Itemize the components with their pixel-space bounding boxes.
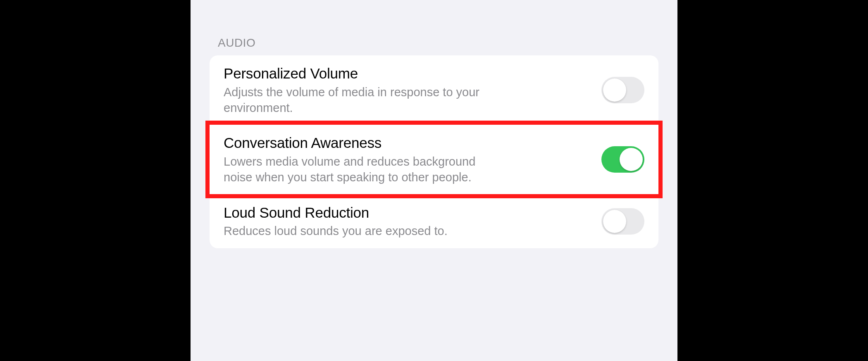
row-title: Conversation Awareness [224, 134, 591, 152]
settings-pane: AUDIO Personalized Volume Adjusts the vo… [191, 0, 677, 361]
row-title: Loud Sound Reduction [224, 204, 591, 222]
row-subtitle: Adjusts the volume of media in response … [224, 84, 480, 116]
row-content: Personalized Volume Adjusts the volume o… [224, 64, 591, 116]
row-subtitle: Lowers media volume and reduces backgrou… [224, 154, 480, 185]
section-header-audio: AUDIO [210, 0, 658, 55]
row-content: Conversation Awareness Lowers media volu… [224, 134, 591, 185]
toggle-conversation-awareness[interactable] [601, 146, 644, 173]
row-control [601, 208, 644, 235]
toggle-personalized-volume[interactable] [601, 77, 644, 103]
toggle-loud-sound-reduction[interactable] [601, 208, 644, 235]
row-control [601, 77, 644, 103]
row-title: Personalized Volume [224, 64, 591, 83]
audio-settings-group: Personalized Volume Adjusts the volume o… [210, 55, 658, 248]
row-control [601, 146, 644, 173]
row-personalized-volume[interactable]: Personalized Volume Adjusts the volume o… [210, 55, 658, 125]
row-subtitle: Reduces loud sounds you are exposed to. [224, 223, 480, 239]
row-conversation-awareness[interactable]: Conversation Awareness Lowers media volu… [210, 125, 658, 194]
row-content: Loud Sound Reduction Reduces loud sounds… [224, 204, 591, 239]
row-loud-sound-reduction[interactable]: Loud Sound Reduction Reduces loud sounds… [210, 195, 658, 248]
